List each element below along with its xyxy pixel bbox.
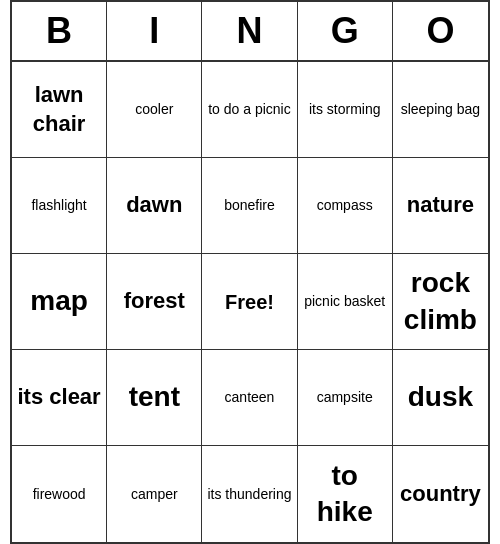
header-letter: N [202,2,297,60]
bingo-cell: bonefire [202,158,297,254]
bingo-cell: firewood [12,446,107,542]
bingo-cell: dusk [393,350,488,446]
bingo-cell: camper [107,446,202,542]
header-letter: B [12,2,107,60]
bingo-cell: campsite [298,350,393,446]
header-letter: O [393,2,488,60]
bingo-cell: sleeping bag [393,62,488,158]
header-letter: I [107,2,202,60]
bingo-cell: cooler [107,62,202,158]
bingo-cell: country [393,446,488,542]
bingo-cell: its storming [298,62,393,158]
bingo-cell: forest [107,254,202,350]
bingo-cell: picnic basket [298,254,393,350]
header-letter: G [298,2,393,60]
bingo-cell: tent [107,350,202,446]
bingo-cell: flashlight [12,158,107,254]
bingo-cell: map [12,254,107,350]
bingo-cell: its clear [12,350,107,446]
bingo-cell: compass [298,158,393,254]
bingo-cell: dawn [107,158,202,254]
bingo-cell: its thundering [202,446,297,542]
bingo-cell: rock climb [393,254,488,350]
bingo-card: BINGO lawn chaircoolerto do a picnicits … [10,0,490,544]
bingo-cell: to do a picnic [202,62,297,158]
bingo-header: BINGO [12,2,488,62]
bingo-cell: to hike [298,446,393,542]
bingo-grid: lawn chaircoolerto do a picnicits stormi… [12,62,488,542]
bingo-cell: nature [393,158,488,254]
bingo-cell: canteen [202,350,297,446]
bingo-cell: Free! [202,254,297,350]
bingo-cell: lawn chair [12,62,107,158]
